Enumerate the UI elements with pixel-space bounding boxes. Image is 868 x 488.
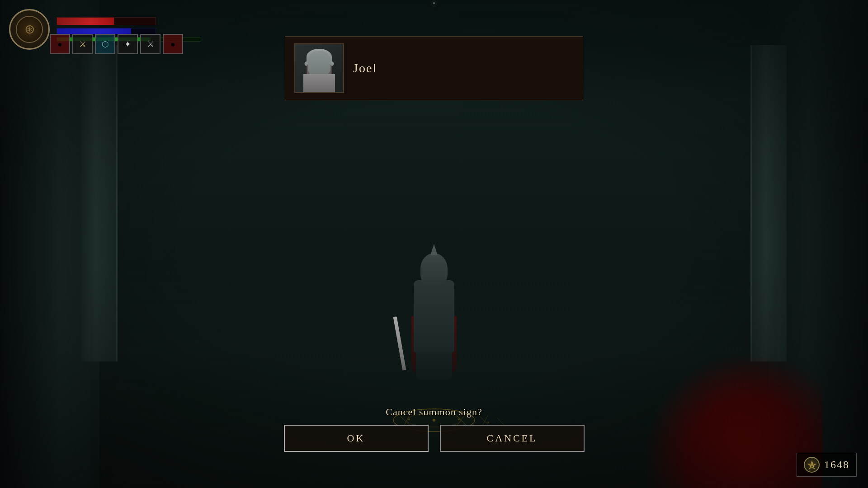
- fp-bar-background: [57, 28, 156, 34]
- confirm-buttons: OK CANCEL: [280, 425, 588, 452]
- player-character: [389, 235, 479, 389]
- currency-amount: 1648: [824, 459, 849, 471]
- item-slot-6: ●: [163, 34, 183, 54]
- hud-emblem: ⊛: [9, 9, 50, 50]
- blood-pool: [642, 352, 823, 488]
- svg-point-15: [811, 464, 813, 466]
- ok-button[interactable]: OK: [284, 425, 429, 452]
- hp-bar-fill: [57, 18, 114, 25]
- item-slot-6-icon: ●: [170, 40, 175, 48]
- hp-bar-background: [57, 17, 156, 25]
- item-slot-1-icon: ●: [57, 40, 62, 48]
- item-slot-2-icon: ⚔: [79, 40, 86, 48]
- item-slot-1: ●: [50, 34, 70, 54]
- item-slot-5-icon: ⚔: [147, 40, 154, 48]
- item-slots: ● ⚔ ⬡ ✦ ⚔ ●: [50, 34, 183, 54]
- fp-bar-container: [57, 28, 201, 34]
- character-head: [420, 253, 448, 285]
- emblem-inner: ⊛: [16, 16, 43, 43]
- hp-bar-container: [57, 17, 201, 25]
- character-body: [389, 235, 479, 389]
- ceiling-light: [433, 2, 435, 4]
- runes-icon: [804, 457, 820, 473]
- npc-panel: Joel: [285, 36, 583, 100]
- runes-svg-icon: [807, 460, 816, 469]
- item-slot-3-icon: ⬡: [102, 40, 109, 48]
- portrait-body: [303, 74, 335, 92]
- emblem-symbol: ⊛: [24, 23, 35, 36]
- character-torso: [414, 280, 454, 352]
- character-helmet-spike: [430, 244, 438, 255]
- character-sword: [393, 316, 406, 371]
- item-slot-5: ⚔: [140, 34, 160, 54]
- portrait-head: [308, 51, 330, 76]
- item-slot-4-icon: ✦: [124, 40, 131, 48]
- npc-portrait: [294, 43, 344, 93]
- confirm-dialog: Cancel summon sign? OK CANCEL: [280, 406, 588, 452]
- fp-bar-fill: [57, 28, 131, 34]
- npc-name: Joel: [353, 61, 377, 75]
- item-slot-4: ✦: [118, 34, 138, 54]
- confirm-message: Cancel summon sign?: [386, 406, 482, 418]
- currency-display: 1648: [797, 453, 857, 477]
- cancel-button[interactable]: CANCEL: [440, 425, 585, 452]
- item-slot-3: ⬡: [95, 34, 115, 54]
- item-slot-2: ⚔: [72, 34, 93, 54]
